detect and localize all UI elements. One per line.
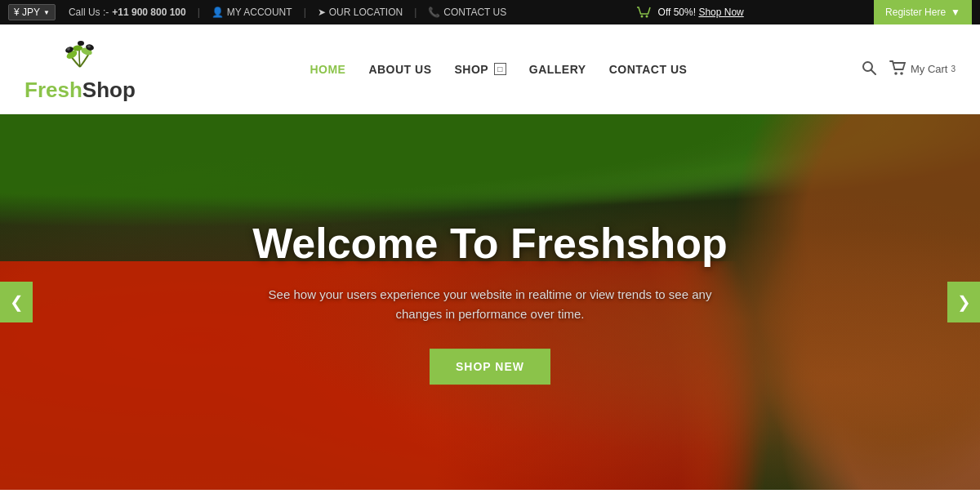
phone-number: +11 900 800 100: [112, 7, 185, 18]
nav-right: My Cart3: [862, 60, 956, 78]
account-icon: 👤: [212, 7, 224, 18]
account-label: MY ACCOUNT: [227, 7, 292, 18]
search-icon[interactable]: [862, 60, 876, 78]
location-label: OUR LOCATION: [329, 7, 403, 18]
promo-link[interactable]: Shop Now: [698, 7, 743, 18]
top-bar-links: Call Us :- +11 900 800 100 | 👤 MY ACCOUN…: [69, 7, 506, 18]
logo-fresh: Fresh: [24, 78, 82, 102]
top-bar-left: ¥ JPY ▼ Call Us :- +11 900 800 100 | 👤 M…: [8, 4, 506, 20]
logo-text: FreshShop: [24, 79, 136, 100]
svg-line-11: [871, 69, 875, 74]
call-text: Call Us :-: [69, 7, 109, 18]
svg-point-0: [640, 16, 643, 18]
svg-point-7: [78, 41, 84, 46]
my-account-link[interactable]: 👤 MY ACCOUNT: [212, 7, 292, 18]
nav-contact[interactable]: CONTACT US: [609, 63, 688, 76]
logo-shop: Shop: [82, 78, 136, 102]
register-button[interactable]: Register Here ▼: [874, 0, 972, 24]
separator-2: |: [304, 7, 306, 18]
contact-us-link[interactable]: 📞 CONTACT US: [428, 7, 506, 18]
cart-nav[interactable]: My Cart3: [889, 60, 956, 78]
register-label: Register Here: [885, 7, 946, 18]
register-chevron: ▼: [951, 7, 960, 18]
carousel-next-button[interactable]: ❯: [947, 282, 980, 322]
main-nav: HOME ABOUT US SHOP □ GALLERY CONTACT US: [310, 63, 687, 76]
cart-icon-top: [637, 7, 652, 19]
hero-veggies-right: [694, 114, 980, 490]
cart-label: My Cart: [911, 63, 948, 75]
shop-now-button[interactable]: SHOP NEW: [430, 349, 550, 385]
cart-icon: [889, 60, 907, 78]
top-bar: ¥ JPY ▼ Call Us :- +11 900 800 100 | 👤 M…: [0, 0, 980, 24]
promo-text: Off 50%! Shop Now: [658, 7, 744, 18]
currency-label: ¥ JPY: [14, 7, 40, 18]
nav-home[interactable]: HOME: [310, 63, 345, 76]
header: FreshShop HOME ABOUT US SHOP □ GALLERY C…: [0, 24, 980, 114]
separator-3: |: [414, 7, 416, 18]
arrow-left-icon: ❮: [10, 292, 24, 312]
nav-shop-label: SHOP: [455, 63, 489, 76]
hero-title: Welcome To Freshshop: [245, 220, 735, 269]
call-label: Call Us :- +11 900 800 100: [69, 7, 186, 18]
carousel-prev-button[interactable]: ❮: [0, 282, 33, 322]
logo-icon: [56, 38, 105, 79]
our-location-link[interactable]: ➤ OUR LOCATION: [318, 7, 403, 18]
top-bar-center: Off 50%! Shop Now: [637, 7, 744, 19]
svg-point-12: [894, 72, 898, 75]
hero-subtitle: See how your users experience your websi…: [245, 285, 735, 324]
nav-shop[interactable]: SHOP □: [455, 63, 506, 76]
currency-chevron: ▼: [43, 9, 50, 16]
contact-icon: 📞: [428, 7, 440, 18]
hero-section: Welcome To Freshshop See how your users …: [0, 114, 980, 490]
location-icon: ➤: [318, 7, 326, 18]
contact-label: CONTACT US: [443, 7, 506, 18]
arrow-right-icon: ❯: [957, 292, 971, 312]
hero-content: Welcome To Freshshop See how your users …: [245, 220, 735, 385]
currency-selector[interactable]: ¥ JPY ▼: [8, 4, 56, 20]
cart-count: 3: [951, 64, 956, 73]
top-bar-right: Register Here ▼: [874, 0, 972, 24]
svg-point-13: [900, 72, 903, 75]
promo-prefix: Off 50%!: [658, 7, 696, 18]
shop-dropdown-icon: □: [494, 63, 506, 75]
separator-1: |: [198, 7, 200, 18]
logo[interactable]: FreshShop: [24, 38, 136, 100]
nav-about[interactable]: ABOUT US: [368, 63, 431, 76]
svg-point-1: [645, 16, 648, 18]
nav-gallery[interactable]: GALLERY: [529, 63, 586, 76]
